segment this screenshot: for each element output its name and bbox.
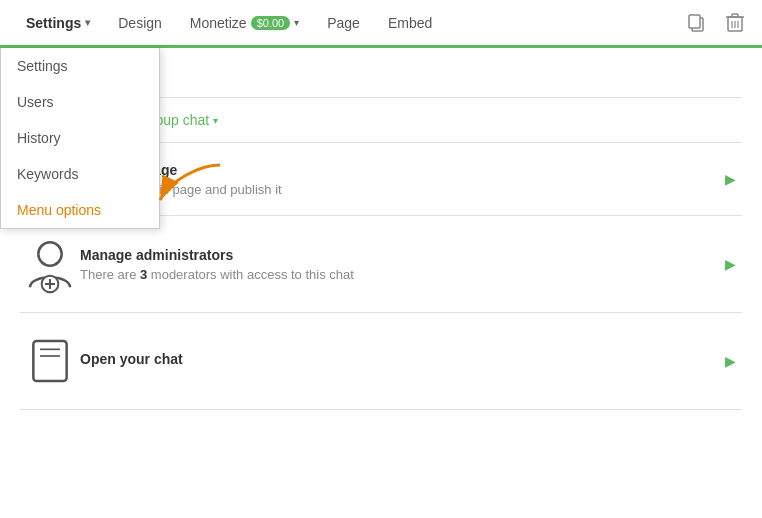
nav-right-actions	[682, 8, 750, 38]
nav-design[interactable]: Design	[104, 0, 176, 47]
feature-row-open-chat[interactable]: Open your chat ▶	[20, 313, 742, 410]
manage-admins-arrow-icon: ▶	[718, 252, 742, 276]
nav-monetize[interactable]: Monetize $0.00 ▾	[176, 0, 313, 47]
dropdown-item-settings[interactable]: Settings	[1, 48, 159, 84]
open-chat-icon	[20, 331, 80, 391]
top-nav: Settings ▾ Design Monetize $0.00 ▾ Page …	[0, 0, 762, 48]
edit-page-text: Edit your page Edit your public page and…	[80, 162, 718, 197]
svg-rect-1	[689, 15, 700, 28]
settings-dropdown: Settings Users History Keywords Menu opt…	[0, 48, 160, 229]
manage-admins-icon	[20, 234, 80, 294]
monetize-chevron-icon: ▾	[294, 17, 299, 28]
dropdown-item-history[interactable]: History	[1, 120, 159, 156]
feature-row-manage-admins[interactable]: Manage administrators There are 3 modera…	[20, 216, 742, 313]
open-chat-text: Open your chat	[80, 351, 718, 371]
edit-page-arrow-icon: ▶	[718, 167, 742, 191]
dropdown-item-users[interactable]: Users	[1, 84, 159, 120]
open-chat-title: Open your chat	[80, 351, 718, 367]
nav-page[interactable]: Page	[313, 0, 374, 47]
settings-chevron-icon: ▾	[85, 17, 90, 28]
moderators-count: 3	[140, 267, 147, 282]
svg-rect-19	[33, 341, 66, 381]
manage-admins-desc: There are 3 moderators with access to th…	[80, 267, 718, 282]
dropdown-item-menu-options[interactable]: Menu options	[1, 192, 159, 228]
manage-admins-title: Manage administrators	[80, 247, 718, 263]
settings-label: Settings	[26, 15, 81, 31]
edit-page-title: Edit your page	[80, 162, 718, 178]
copy-button[interactable]	[682, 8, 712, 38]
nav-settings[interactable]: Settings ▾	[12, 0, 104, 47]
nav-embed[interactable]: Embed	[374, 0, 446, 47]
edit-page-desc: Edit your public page and publish it	[80, 182, 718, 197]
dropdown-item-keywords[interactable]: Keywords	[1, 156, 159, 192]
trash-button[interactable]	[720, 8, 750, 38]
monetize-badge: $0.00	[251, 16, 291, 30]
manage-admins-text: Manage administrators There are 3 modera…	[80, 247, 718, 282]
open-chat-arrow-icon: ▶	[718, 349, 742, 373]
svg-point-15	[38, 242, 61, 265]
chat-type-chevron-icon: ▾	[213, 115, 218, 126]
